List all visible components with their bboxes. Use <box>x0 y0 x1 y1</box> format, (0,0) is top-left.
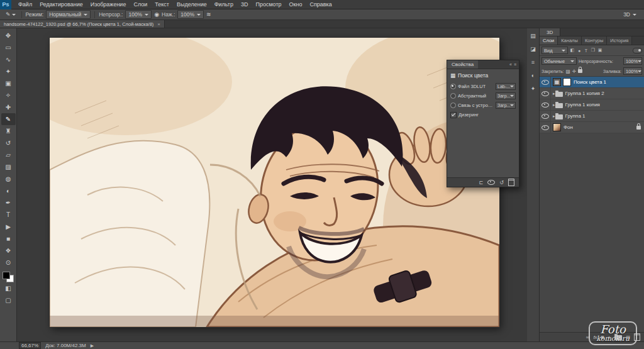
lock-all-icon[interactable] <box>578 69 582 73</box>
layer-row-group[interactable]: ▸ Группа 1 <box>540 111 644 122</box>
layer-row-group-copy2[interactable]: ▸ Группа 1 копия 2 <box>540 88 644 99</box>
filter-kind-icon[interactable]: ◧ <box>570 48 575 53</box>
filter-type-icon[interactable]: T <box>584 48 589 53</box>
menu-help[interactable]: Справка <box>306 0 335 9</box>
delete-icon[interactable] <box>508 179 514 186</box>
filter-shape-icon[interactable]: ❒ <box>591 48 596 53</box>
layer-visibility-toggle[interactable] <box>540 122 551 133</box>
menu-type[interactable]: Текст <box>151 0 173 9</box>
layer-blend-mode-dropdown[interactable]: Обычные <box>541 57 577 65</box>
history-brush-tool[interactable]: ↺ <box>1 137 16 149</box>
flow-dropdown[interactable]: 100% <box>177 10 204 19</box>
adjustments-panel-icon[interactable]: ≡ <box>529 58 538 66</box>
layer-visibility-toggle[interactable] <box>540 99 551 110</box>
group-expander-icon[interactable]: ▸ <box>553 102 555 108</box>
panel-menu-icon[interactable]: ≡ <box>514 62 516 67</box>
path-selection-tool[interactable]: ▶ <box>1 221 16 233</box>
filter-smart-icon[interactable]: ▣ <box>597 48 602 53</box>
menu-3d[interactable]: 3D <box>237 0 252 9</box>
gradient-tool[interactable]: ▨ <box>1 161 16 173</box>
healing-brush-tool[interactable]: ✚ <box>1 101 16 113</box>
fill-dropdown[interactable]: 100% <box>623 67 642 75</box>
layer-visibility-toggle[interactable] <box>540 88 551 99</box>
background-layer-thumbnail[interactable] <box>553 123 561 131</box>
lasso-tool[interactable]: ∿ <box>1 53 16 65</box>
menu-file[interactable]: Файл <box>14 0 36 9</box>
layer-row-background[interactable]: Фон <box>540 122 644 133</box>
screen-mode-button[interactable]: ▢ <box>1 294 16 306</box>
blend-mode-dropdown[interactable]: Нормальный <box>46 10 91 19</box>
airbrush-icon[interactable]: ≋ <box>206 11 211 18</box>
tab-3d-panel[interactable]: 3D <box>540 28 560 36</box>
tab-paths[interactable]: Контуры <box>582 36 607 45</box>
quick-mask-button[interactable]: ◧ <box>1 282 16 294</box>
collapse-panel-icon[interactable]: « <box>509 62 512 67</box>
reset-icon[interactable]: ↺ <box>499 180 504 186</box>
layer-mask-thumbnail[interactable] <box>563 78 571 86</box>
filter-effect-icon[interactable]: ● <box>577 48 582 53</box>
radio-abstract[interactable] <box>450 93 456 99</box>
opacity-dropdown[interactable]: 100% <box>125 10 152 19</box>
layer-row-group-copy[interactable]: ▸ Группа 1 копия <box>540 99 644 111</box>
status-options-icon[interactable]: ▶ <box>91 343 94 348</box>
tool-preset-picker[interactable]: ✎ <box>4 11 18 18</box>
group-expander-icon[interactable]: ▸ <box>553 114 555 119</box>
clone-stamp-tool[interactable]: ♜ <box>1 125 16 137</box>
workspace-switcher[interactable]: 3D <box>623 11 630 18</box>
dither-checkbox[interactable] <box>450 112 457 118</box>
zoom-level-field[interactable]: 66,67% <box>19 342 41 349</box>
visibility-eye-icon[interactable] <box>487 180 495 185</box>
menu-image[interactable]: Изображение <box>87 0 130 9</box>
layer-visibility-toggle[interactable] <box>540 111 551 121</box>
menu-layers[interactable]: Слои <box>130 0 151 9</box>
canvas-image[interactable] <box>50 38 499 327</box>
abstract-dropdown[interactable]: Загр... <box>496 92 516 99</box>
tab-layers[interactable]: Слои <box>540 36 558 45</box>
menu-select[interactable]: Выделение <box>173 0 211 9</box>
device-link-dropdown[interactable]: Загр... <box>496 102 516 109</box>
menu-window[interactable]: Окно <box>286 0 306 9</box>
tab-channels[interactable]: Каналы <box>558 36 582 45</box>
dodge-tool[interactable]: ◐ <box>1 185 16 197</box>
crop-tool[interactable]: ▣ <box>1 77 16 89</box>
swatches-panel-icon[interactable]: ◪ <box>529 45 538 53</box>
styles-panel-icon[interactable]: ◐ <box>529 71 538 79</box>
pen-tool[interactable]: ✒ <box>1 197 16 209</box>
blur-tool[interactable]: ◍ <box>1 173 16 185</box>
properties-tab[interactable]: Свойства <box>447 60 478 69</box>
radio-3dlut[interactable] <box>450 84 456 89</box>
document-tab[interactable]: handsome-474122_1920.psd @ 66,7% (Поиск … <box>0 20 165 28</box>
zoom-tool[interactable]: ⊙ <box>1 257 16 269</box>
menu-filter[interactable]: Фильтр <box>211 0 237 9</box>
layer-opacity-dropdown[interactable]: 100% <box>623 57 642 65</box>
adjustment-layer-thumbnail[interactable]: ▦ <box>553 78 561 86</box>
move-tool[interactable]: ✥ <box>1 30 16 42</box>
group-expander-icon[interactable]: ▸ <box>553 91 555 96</box>
shape-tool[interactable]: ■ <box>1 233 16 245</box>
layer-visibility-toggle[interactable] <box>540 77 551 87</box>
close-icon[interactable]: × <box>157 21 160 27</box>
layer-row-color-lookup[interactable]: ▦ Поиск цвета 1 <box>540 77 644 88</box>
quick-selection-tool[interactable]: ✦ <box>1 65 16 77</box>
layer-filter-dropdown[interactable]: Вид <box>541 47 568 54</box>
portrait-artwork <box>50 38 499 327</box>
info-panel-icon[interactable]: ✦ <box>529 84 538 92</box>
menu-edit[interactable]: Редактирование <box>36 0 87 9</box>
foreground-color-swatch[interactable] <box>3 272 10 279</box>
lut-file-dropdown[interactable]: Lab-... <box>496 83 516 90</box>
clip-to-layer-icon[interactable]: ⊏ <box>479 180 484 186</box>
menu-view[interactable]: Просмотр <box>252 0 285 9</box>
tab-history[interactable]: История <box>607 36 632 45</box>
eraser-tool[interactable]: ▱ <box>1 149 16 161</box>
marquee-tool[interactable]: ▭ <box>1 42 16 53</box>
lock-position-icon[interactable]: ✛ <box>572 69 576 74</box>
eyedropper-tool[interactable]: ✧ <box>1 89 16 101</box>
brush-tool[interactable]: ✎ <box>1 113 16 125</box>
pressure-opacity-icon[interactable]: ◉ <box>154 11 159 18</box>
histogram-panel-icon[interactable]: ▤ <box>529 31 538 40</box>
type-tool[interactable]: T <box>1 209 16 221</box>
filter-toggle[interactable] <box>633 48 642 53</box>
lock-transparency-icon[interactable]: ▨ <box>565 69 570 74</box>
hand-tool[interactable]: ❖ <box>1 245 16 257</box>
radio-device-link[interactable] <box>450 102 456 108</box>
